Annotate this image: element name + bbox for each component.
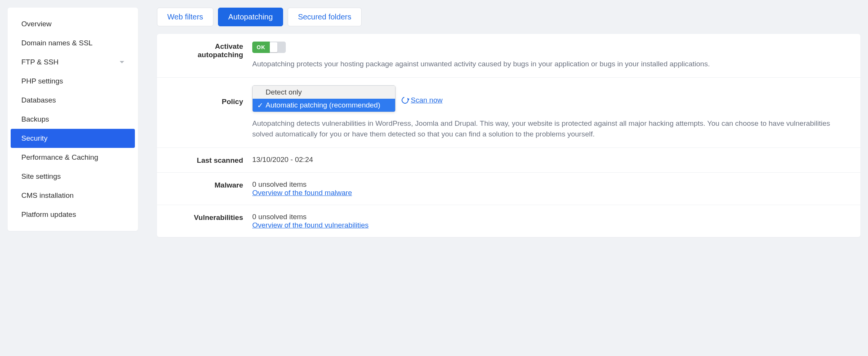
sidebar-item-performance-caching[interactable]: Performance & Caching (11, 148, 135, 167)
policy-content: Detect only Automatic patching (recommen… (252, 85, 847, 140)
policy-description: Autopatching detects vulnerabilities in … (252, 118, 847, 140)
sidebar-item-label: Overview (21, 20, 51, 28)
activate-content: OK Autopatching protects your hosting pa… (252, 42, 847, 70)
tab-autopatching[interactable]: Autopatching (218, 8, 283, 26)
scan-now-wrap: Scan now (402, 96, 442, 104)
sidebar-item-platform-updates[interactable]: Platform updates (11, 205, 135, 224)
tab-web-filters[interactable]: Web filters (157, 8, 213, 26)
row-policy: Policy Detect only Automatic patching (r… (157, 78, 860, 148)
sidebar-item-site-settings[interactable]: Site settings (11, 167, 135, 186)
policy-dropdown[interactable]: Detect only Automatic patching (recommen… (252, 85, 396, 112)
sidebar-item-ftp-ssh[interactable]: FTP & SSH (11, 53, 135, 72)
settings-panel: Activate autopatching OK Autopatching pr… (157, 34, 860, 237)
sidebar-item-label: Platform updates (21, 210, 76, 219)
malware-overview-link[interactable]: Overview of the found malware (252, 189, 352, 197)
sidebar-item-label: Databases (21, 96, 56, 104)
page-container: Overview Domain names & SSL FTP & SSH PH… (8, 8, 860, 237)
scan-now-link[interactable]: Scan now (411, 96, 442, 104)
policy-label: Policy (171, 85, 243, 106)
malware-value: 0 unsolved items (252, 180, 847, 189)
row-last-scanned: Last scanned 13/10/2020 - 02:24 (157, 148, 860, 173)
row-vulnerabilities: Vulnerabilities 0 unsolved items Overvie… (157, 205, 860, 237)
tabs-bar: Web filters Autopatching Secured folders (157, 8, 860, 26)
policy-option-automatic-patching[interactable]: Automatic patching (recommended) (253, 99, 395, 112)
vulnerabilities-content: 0 unsolved items Overview of the found v… (252, 213, 847, 229)
sidebar-item-domain-names-ssl[interactable]: Domain names & SSL (11, 34, 135, 53)
sidebar-item-databases[interactable]: Databases (11, 91, 135, 110)
sidebar-item-overview[interactable]: Overview (11, 14, 135, 34)
sidebar-item-label: Backups (21, 115, 49, 123)
sidebar-item-label: CMS installation (21, 191, 74, 200)
toggle-on-label: OK (252, 42, 270, 53)
sidebar-item-security[interactable]: Security (11, 129, 135, 148)
vulnerabilities-value: 0 unsolved items (252, 213, 847, 221)
activate-label: Activate autopatching (171, 42, 243, 59)
row-activate: Activate autopatching OK Autopatching pr… (157, 34, 860, 78)
policy-dropdown-wrap: Detect only Automatic patching (recommen… (252, 85, 396, 112)
last-scanned-label: Last scanned (171, 156, 243, 165)
activate-description: Autopatching protects your hosting packa… (252, 59, 847, 70)
sidebar-item-label: FTP & SSH (21, 58, 59, 66)
toggle-knob (270, 42, 277, 52)
sidebar-item-label: PHP settings (21, 77, 63, 85)
main-content: Web filters Autopatching Secured folders… (157, 8, 860, 237)
sidebar-item-backups[interactable]: Backups (11, 110, 135, 129)
sidebar-item-php-settings[interactable]: PHP settings (11, 72, 135, 91)
vulnerabilities-overview-link[interactable]: Overview of the found vulnerabilities (252, 221, 368, 229)
activate-toggle[interactable]: OK (252, 42, 286, 53)
sidebar-nav: Overview Domain names & SSL FTP & SSH PH… (8, 8, 138, 231)
sidebar-item-label: Site settings (21, 172, 61, 181)
malware-content: 0 unsolved items Overview of the found m… (252, 180, 847, 197)
row-malware: Malware 0 unsolved items Overview of the… (157, 173, 860, 205)
sidebar-item-cms-installation[interactable]: CMS installation (11, 186, 135, 205)
sidebar-item-label: Security (21, 134, 48, 143)
last-scanned-value: 13/10/2020 - 02:24 (252, 156, 847, 164)
sidebar-item-label: Domain names & SSL (21, 39, 93, 47)
chevron-down-icon (120, 61, 124, 63)
tab-secured-folders[interactable]: Secured folders (288, 8, 362, 26)
sidebar-item-label: Performance & Caching (21, 153, 98, 162)
vulnerabilities-label: Vulnerabilities (171, 213, 243, 222)
refresh-icon (400, 95, 410, 105)
policy-option-detect-only[interactable]: Detect only (253, 86, 395, 99)
malware-label: Malware (171, 180, 243, 189)
